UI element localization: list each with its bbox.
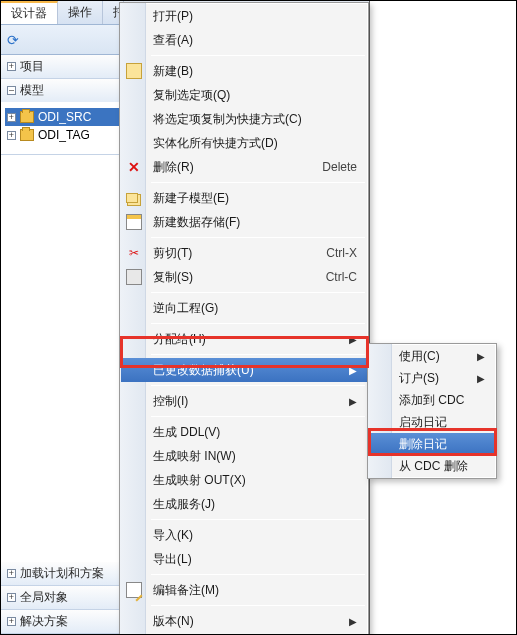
tab-actions[interactable]: 操作: [58, 1, 103, 24]
submenu-arrow-icon: ▶: [349, 334, 357, 345]
delete-icon: ✕: [126, 159, 142, 175]
expand-icon[interactable]: +: [7, 569, 16, 578]
folder-icon: [20, 129, 34, 141]
submenu-arrow-icon: ▶: [349, 396, 357, 407]
menu-view[interactable]: 查看(A): [121, 28, 367, 52]
menu-label: 新建子模型(E): [153, 190, 229, 207]
submenu-arrow-icon: ▶: [349, 365, 357, 376]
panel-title: 模型: [20, 82, 44, 99]
menu-label: 从 CDC 删除: [399, 458, 468, 475]
menu-gen-map-out[interactable]: 生成映射 OUT(X): [121, 468, 367, 492]
submodel-icon: [126, 193, 138, 203]
menu-new-datastore[interactable]: 新建数据存储(F): [121, 210, 367, 234]
menu-label: 剪切(T): [153, 245, 192, 262]
menu-version[interactable]: 版本(N)▶: [121, 609, 367, 633]
menu-cut[interactable]: ✂剪切(T)Ctrl-X: [121, 241, 367, 265]
menu-label: 删除(R): [153, 159, 194, 176]
menu-copy-selection[interactable]: 复制选定项(Q): [121, 83, 367, 107]
cdc-submenu: 使用(C)▶ 订户(S)▶ 添加到 CDC 启动日记 删除日记 从 CDC 删除: [367, 343, 497, 479]
submenu-start-journal[interactable]: 启动日记: [369, 411, 495, 433]
menu-control[interactable]: 控制(I)▶: [121, 389, 367, 413]
menu-label: 生成服务(J): [153, 496, 215, 513]
submenu-subscriber[interactable]: 订户(S)▶: [369, 367, 495, 389]
menu-materialize[interactable]: 实体化所有快捷方式(D): [121, 131, 367, 155]
menu-label: 复制选定项(Q): [153, 87, 230, 104]
expand-icon[interactable]: +: [7, 131, 16, 140]
submenu-arrow-icon: ▶: [477, 373, 485, 384]
menu-label: 将选定项复制为快捷方式(C): [153, 111, 302, 128]
submenu-remove-cdc[interactable]: 从 CDC 删除: [369, 455, 495, 477]
menu-label: 查看(A): [153, 32, 193, 49]
expand-icon[interactable]: +: [7, 593, 16, 602]
menu-gen-map-in[interactable]: 生成映射 IN(W): [121, 444, 367, 468]
submenu-add-cdc[interactable]: 添加到 CDC: [369, 389, 495, 411]
menu-label: 导入(K): [153, 527, 193, 544]
menu-label: 新建数据存储(F): [153, 214, 240, 231]
submenu-drop-journal[interactable]: 删除日记: [369, 433, 495, 455]
menu-new[interactable]: 新建(B): [121, 59, 367, 83]
menu-label: 版本(N): [153, 613, 194, 630]
expand-icon[interactable]: +: [7, 617, 16, 626]
menu-label: 订户(S): [399, 370, 439, 387]
menu-label: 打开(P): [153, 8, 193, 25]
new-icon: [126, 63, 142, 79]
tab-label: 操作: [68, 4, 92, 21]
refresh-icon[interactable]: ⟳: [7, 32, 19, 48]
copy-icon: [126, 269, 142, 285]
context-menu: 打开(P) 查看(A) 新建(B) 复制选定项(Q) 将选定项复制为快捷方式(C…: [119, 2, 369, 635]
menu-open[interactable]: 打开(P): [121, 4, 367, 28]
panel-title: 解决方案: [20, 613, 68, 630]
expand-icon[interactable]: –: [7, 86, 16, 95]
menu-label: 生成 DDL(V): [153, 424, 220, 441]
submenu-arrow-icon: ▶: [477, 351, 485, 362]
menu-label: 新建(B): [153, 63, 193, 80]
expand-icon[interactable]: +: [7, 62, 16, 71]
panel-title: 项目: [20, 58, 44, 75]
shortcut: Ctrl-C: [326, 270, 357, 284]
submenu-use[interactable]: 使用(C)▶: [369, 345, 495, 367]
tab-label: 设计器: [11, 5, 47, 22]
menu-label: 实体化所有快捷方式(D): [153, 135, 278, 152]
panel-title: 加载计划和方案: [20, 565, 104, 582]
menu-new-submodel[interactable]: 新建子模型(E): [121, 186, 367, 210]
menu-reverse[interactable]: 逆向工程(G): [121, 296, 367, 320]
menu-label: 控制(I): [153, 393, 188, 410]
menu-label: 已更改数据捕获(U): [153, 362, 254, 379]
menu-label: 启动日记: [399, 414, 447, 431]
menu-label: 分配给(H): [153, 331, 206, 348]
datastore-icon: [126, 214, 142, 230]
menu-label: 导出(L): [153, 551, 192, 568]
shortcut: Delete: [322, 160, 357, 174]
panel-title: 全局对象: [20, 589, 68, 606]
tree-label: ODI_TAG: [38, 128, 90, 142]
edit-icon: [126, 582, 142, 598]
menu-cdc[interactable]: 已更改数据捕获(U)▶: [121, 358, 367, 382]
submenu-arrow-icon: ▶: [349, 616, 357, 627]
menu-label: 逆向工程(G): [153, 300, 218, 317]
folder-icon: [20, 111, 34, 123]
menu-assign[interactable]: 分配给(H)▶: [121, 327, 367, 351]
menu-delete[interactable]: ✕删除(R)Delete: [121, 155, 367, 179]
tree-label: ODI_SRC: [38, 110, 91, 124]
menu-label: 生成映射 OUT(X): [153, 472, 246, 489]
expand-icon[interactable]: +: [7, 113, 16, 122]
menu-label: 复制(S): [153, 269, 193, 286]
menu-label: 生成映射 IN(W): [153, 448, 236, 465]
menu-label: 添加到 CDC: [399, 392, 464, 409]
menu-copy-shortcut[interactable]: 将选定项复制为快捷方式(C): [121, 107, 367, 131]
menu-gen-service[interactable]: 生成服务(J): [121, 492, 367, 516]
shortcut: Ctrl-X: [326, 246, 357, 260]
menu-label: 删除日记: [399, 436, 447, 453]
menu-gen-ddl[interactable]: 生成 DDL(V): [121, 420, 367, 444]
menu-edit-memo[interactable]: 编辑备注(M): [121, 578, 367, 602]
tab-designer[interactable]: 设计器: [1, 1, 58, 24]
menu-export[interactable]: 导出(L): [121, 547, 367, 571]
menu-label: 编辑备注(M): [153, 582, 219, 599]
menu-label: 使用(C): [399, 348, 440, 365]
menu-copy[interactable]: 复制(S)Ctrl-C: [121, 265, 367, 289]
cut-icon: ✂: [126, 245, 142, 261]
menu-import[interactable]: 导入(K): [121, 523, 367, 547]
